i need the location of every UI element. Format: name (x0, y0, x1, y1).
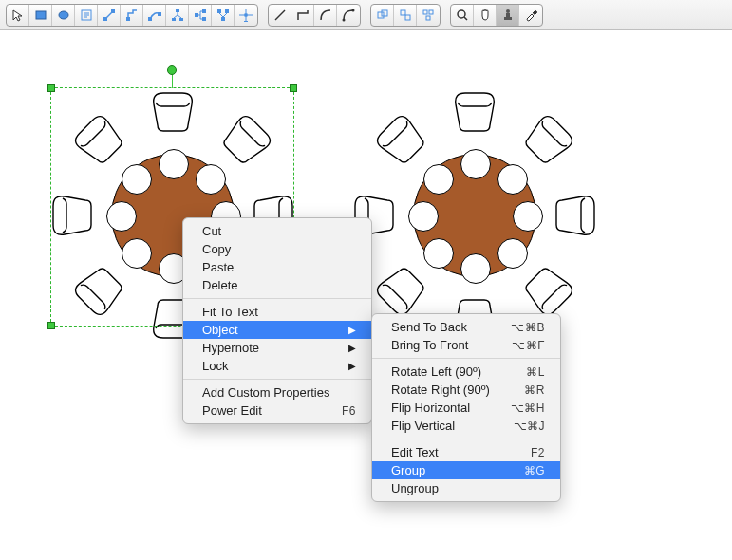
branch-node-tool[interactable] (212, 5, 235, 26)
submenu-ungroup[interactable]: Ungroup (372, 479, 560, 497)
ellipse-tool[interactable] (52, 5, 75, 26)
svg-rect-10 (148, 17, 152, 21)
poly-node-tool[interactable] (121, 5, 143, 26)
context-menu: Cut Copy Paste Delete Fit To Text Object… (182, 217, 372, 424)
object-submenu: Send To Back⌥⌘B Bring To Front⌥⌘F Rotate… (371, 313, 561, 502)
svg-rect-9 (126, 17, 130, 21)
toolbar (0, 0, 732, 30)
svg-rect-41 (506, 13, 510, 17)
elbow-line-tool[interactable] (291, 5, 314, 26)
svg-point-21 (244, 13, 248, 17)
menu-power-edit[interactable]: Power EditF6 (183, 401, 371, 420)
svg-rect-15 (195, 13, 198, 17)
menu-separator (183, 298, 371, 299)
snap-grid-tool[interactable] (371, 5, 394, 26)
submenu-send-to-back[interactable]: Send To Back⌥⌘B (372, 318, 560, 336)
submenu-rotate-left[interactable]: Rotate Left (90º)⌘L (372, 363, 560, 381)
text-tool[interactable] (75, 5, 98, 26)
submenu-rotate-right[interactable]: Rotate Right (90º)⌘R (372, 381, 560, 399)
svg-rect-0 (36, 11, 46, 19)
svg-rect-26 (244, 9, 248, 9)
arc-line-tool[interactable] (337, 5, 360, 26)
path-node-tool[interactable] (143, 5, 166, 26)
plate (460, 253, 491, 284)
menu-hypernote[interactable]: Hypernote▶ (183, 339, 371, 357)
canvas[interactable]: Cut Copy Paste Delete Fit To Text Object… (0, 30, 732, 560)
plate (159, 149, 189, 179)
eyedrop-tool[interactable] (519, 5, 542, 26)
rect-tool[interactable] (29, 5, 52, 26)
rotation-handle[interactable] (167, 65, 177, 75)
menu-delete[interactable]: Delete (183, 276, 371, 294)
svg-rect-36 (429, 10, 433, 14)
chair (212, 104, 283, 176)
menu-object[interactable]: Object▶ (183, 321, 371, 339)
plate (408, 201, 439, 232)
svg-point-38 (458, 10, 465, 18)
svg-rect-11 (158, 12, 161, 16)
menu-separator (372, 439, 560, 439)
menu-lock[interactable]: Lock▶ (183, 357, 371, 375)
svg-point-29 (343, 18, 346, 21)
tool-group-shapes (6, 4, 258, 27)
curve-line-tool[interactable] (314, 5, 337, 26)
plate (106, 201, 137, 232)
submenu-flip-vertical[interactable]: Flip Vertical⌥⌘J (372, 417, 560, 435)
svg-rect-12 (176, 9, 179, 12)
svg-rect-7 (103, 17, 107, 21)
snap-obj-tool[interactable] (394, 5, 417, 26)
line-node-tool[interactable] (98, 5, 121, 26)
svg-rect-40 (504, 17, 512, 20)
svg-point-42 (506, 9, 510, 13)
submenu-arrow-icon: ▶ (348, 325, 356, 335)
tool-group-lines (268, 4, 361, 27)
chair (514, 104, 585, 176)
chair (47, 189, 95, 242)
svg-rect-35 (423, 10, 427, 14)
stamp-tool[interactable] (497, 5, 519, 26)
svg-line-39 (464, 17, 467, 20)
svg-rect-32 (382, 10, 387, 16)
zoom-tool[interactable] (451, 5, 474, 26)
plate (122, 238, 152, 269)
svg-point-30 (352, 9, 355, 11)
chair (366, 104, 437, 176)
tool-group-snap (370, 4, 441, 27)
menu-cut[interactable]: Cut (183, 222, 371, 240)
menu-paste[interactable]: Paste (183, 258, 371, 276)
plate (122, 164, 152, 195)
tool-group-view (450, 4, 543, 27)
svg-rect-33 (401, 10, 405, 15)
submenu-bring-to-front[interactable]: Bring To Front⌥⌘F (372, 336, 560, 354)
submenu-group[interactable]: Group⌘G (372, 461, 560, 479)
menu-add-custom-properties[interactable]: Add Custom Properties (183, 383, 371, 401)
pan-tool[interactable] (474, 5, 497, 26)
svg-rect-19 (225, 9, 229, 13)
plate (423, 164, 454, 195)
svg-rect-27 (244, 21, 248, 22)
star-node-tool[interactable] (235, 5, 257, 26)
svg-rect-13 (172, 18, 176, 21)
distribute-tool[interactable] (417, 5, 440, 26)
submenu-arrow-icon: ▶ (348, 361, 356, 371)
svg-rect-17 (202, 17, 206, 21)
menu-fit-to-text[interactable]: Fit To Text (183, 303, 371, 321)
plate (196, 164, 226, 195)
plate (497, 238, 528, 269)
submenu-arrow-icon: ▶ (348, 343, 356, 353)
tree-node-tool[interactable] (166, 5, 189, 26)
submenu-flip-horizontal[interactable]: Flip Horizontal⌥⌘H (372, 399, 560, 417)
menu-copy[interactable]: Copy (183, 240, 371, 258)
plate (513, 201, 543, 232)
submenu-edit-text[interactable]: Edit TextF2 (372, 443, 560, 461)
menu-separator (183, 379, 371, 380)
table-top (413, 154, 536, 277)
pointer-tool[interactable] (7, 5, 29, 26)
line-tool[interactable] (269, 5, 291, 26)
svg-rect-16 (202, 9, 206, 13)
org-node-tool[interactable] (189, 5, 212, 26)
chair (553, 189, 600, 242)
chair (64, 256, 135, 327)
table-group[interactable] (356, 87, 593, 344)
svg-rect-34 (405, 15, 410, 20)
